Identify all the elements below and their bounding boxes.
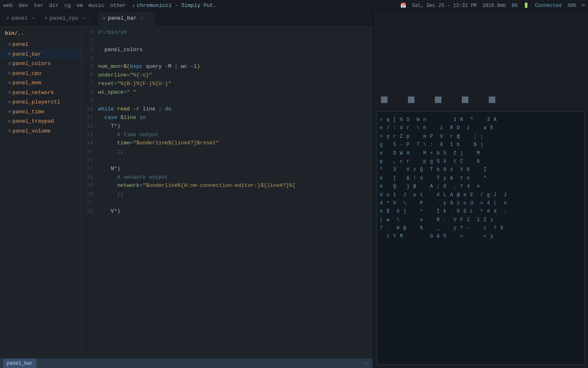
workspace-dot-1[interactable] — [381, 96, 388, 103]
file-type-icon: ≡ — [8, 118, 11, 125]
file-item-panel-mem[interactable]: ≡ panel_mem — [0, 78, 81, 88]
cpu-percent: 6% — [512, 3, 517, 9]
music-player: ♪ chromonicci - Simply Put. — [132, 2, 216, 9]
calendar-icon: 📅 — [400, 2, 406, 9]
topbar: web dev ter dir cg vm music other ♪ chro… — [0, 0, 588, 11]
editor-body: bin/.. ≡ panel ≡ panel_bar ≡ panel_color… — [0, 25, 373, 358]
code-content[interactable]: #!/bin/sh . panel_colors num_mon=$(bspc … — [95, 25, 373, 358]
right-panel: = q [ % S W n 1 N " 3 A e / : d r \ h z … — [374, 11, 588, 368]
tab-close-cpu[interactable]: × — [82, 16, 85, 21]
file-item-panel-cpu[interactable]: ≡ panel_cpu — [0, 69, 81, 79]
nav-ter[interactable]: ter — [34, 2, 43, 9]
file-item-panel-network[interactable]: ≡ panel_network — [0, 88, 81, 98]
file-type-icon: ≡ — [8, 70, 11, 77]
file-item-panel-bar[interactable]: ≡ panel_bar — [0, 49, 81, 59]
workspace-dot-5[interactable] — [489, 96, 495, 103]
keylog-row: 4 * V \ P ` y 0 z u U > 4 ( n — [380, 199, 582, 207]
code-area[interactable]: 12345678910111213141516171819202122 #!/b… — [82, 25, 373, 358]
file-type-icon: ≡ — [8, 61, 11, 67]
keylog-row: o [ & ! o T y & t n " — [380, 174, 582, 182]
tab-close-bar[interactable]: × — [140, 16, 143, 21]
keylog-row: x D W H M + b 5 Z ) M — [380, 149, 582, 157]
file-item-panel-playerctl[interactable]: ≡ panel_playerctl — [0, 97, 81, 107]
music-note-icon: ♪ — [132, 2, 135, 9]
file-item-panel[interactable]: ≡ panel — [0, 40, 81, 49]
workspace-dot-2[interactable] — [408, 96, 414, 103]
nav-dir[interactable]: dir — [49, 2, 58, 9]
file-type-icon: ≡ — [8, 41, 11, 48]
file-type-icon: ≡ — [8, 80, 11, 87]
tab-label-panel: panel — [12, 15, 28, 21]
file-type-icon: ≡ — [8, 89, 11, 96]
nav-other[interactable]: other — [110, 2, 126, 9]
tab-panel-bar[interactable]: ≡ panel_bar × | — [98, 11, 156, 25]
editor-panel: ≡ panel × ≡ panel_cpu × | ≡ panel_bar × … — [0, 11, 374, 368]
tab-label-bar: panel_bar — [108, 15, 136, 21]
tilde-7: ~ — [0, 182, 81, 190]
file-icon-bar: ≡ — [102, 16, 105, 21]
keylog-row: e / : d r \ h z R D z a E — [380, 124, 582, 132]
file-type-icon: ≡ — [8, 99, 11, 106]
line-numbers: 12345678910111213141516171819202122 — [82, 25, 95, 358]
nav-music[interactable]: music — [89, 2, 105, 9]
keylog-row: i Y M G & 5 = < y — [380, 232, 582, 240]
file-icon: ≡ — [7, 16, 9, 21]
tilde-6: ~ — [0, 175, 81, 182]
tab-bar: ≡ panel × ≡ panel_cpu × | ≡ panel_bar × … — [0, 11, 373, 25]
workspace-dot-4[interactable] — [462, 96, 468, 103]
tab-panel-cpu[interactable]: ≡ panel_cpu × | — [40, 11, 98, 25]
active-filename: panel_bar — [3, 359, 36, 368]
keylog-row: ( w \ ` v R . V F I 1 Z z — [380, 216, 582, 224]
volume-level: 40% — [567, 3, 576, 9]
keylog-row: 7 . H @ % _ y ? - c ? 8 — [380, 224, 582, 232]
main-layout: ≡ panel × ≡ panel_cpu × | ≡ panel_bar × … — [0, 11, 588, 368]
file-type-icon: ≡ — [8, 128, 11, 135]
tab-panel[interactable]: ≡ panel × — [2, 11, 40, 25]
file-type-icon: ≡ — [8, 51, 11, 58]
file-item-panel-volume[interactable]: ≡ panel_volume — [0, 126, 81, 136]
keylog-row: p , c r p g % V t C 6 — [380, 157, 582, 166]
keylog-panel: = q [ % S W n 1 N " 3 A e / : d r \ h z … — [377, 111, 585, 365]
tab-sep: | — [88, 15, 93, 21]
file-item-panel-traypad[interactable]: ≡ panel_traypad — [0, 117, 81, 126]
keylog-row: n Q j @ A ; 8 , ? 4 v — [380, 182, 582, 191]
tilde-5: ~ — [0, 167, 81, 175]
tab-close-panel[interactable]: × — [32, 16, 35, 21]
file-item-panel-colors[interactable]: ≡ panel_colors — [0, 59, 81, 69]
workspace-dots — [377, 15, 585, 111]
file-list-header: bin/.. — [0, 29, 81, 38]
keylog-row: g 5 - P T \ : 8 I b $ ) — [380, 141, 582, 149]
tilde-4: ~ — [0, 159, 81, 167]
nav-web[interactable]: web — [3, 2, 13, 9]
tilde-2: ~ — [0, 144, 81, 151]
battery-icon: 🔋 — [523, 2, 529, 9]
file-type-icon: ≡ — [8, 108, 11, 115]
file-item-panel-time[interactable]: ≡ panel_time — [0, 107, 81, 117]
datetime: Sat, Dec 25 - 12:32 PM — [412, 3, 477, 9]
keylog-row: " 3 # z Q T b 0 z V 6 I — [380, 166, 582, 174]
music-title: chromonicci - Simply Put. — [137, 2, 216, 9]
nav-vm[interactable]: vm — [76, 2, 83, 9]
keylog-row: U u 1 J e t # L A @ e E / g J J — [380, 191, 582, 199]
keylog-row: < q r Z p m P V r @ ; ; — [380, 132, 582, 141]
tilde-1: ~ — [0, 136, 81, 144]
nav-dev[interactable]: dev — [18, 2, 28, 9]
tab-label-cpu: panel_cpu — [50, 15, 78, 21]
tilde-3: ~ — [0, 151, 81, 159]
connection-status: Connected — [535, 3, 561, 9]
ram-usage: 1018.8mb — [482, 3, 506, 9]
keylog-row: o $ d ] * I k ` G G L ^ # d . — [380, 207, 582, 215]
tab-sep2: | — [146, 15, 151, 21]
topbar-right: 📅 Sat, Dec 25 - 12:32 PM 1018.8mb 6% 🔋 C… — [400, 2, 585, 9]
workspace-dot-3[interactable] — [435, 96, 441, 103]
file-icon-cpu: ≡ — [45, 16, 47, 21]
keyboard-icon: ⌨ — [582, 2, 585, 9]
cursor-position: -- — [364, 361, 370, 366]
file-list: bin/.. ≡ panel ≡ panel_bar ≡ panel_color… — [0, 25, 82, 358]
keylog-row: = q [ % S W n 1 N " 3 A — [380, 116, 582, 124]
status-bar: panel_bar -- — [0, 358, 373, 368]
nav-cg[interactable]: cg — [65, 2, 71, 9]
